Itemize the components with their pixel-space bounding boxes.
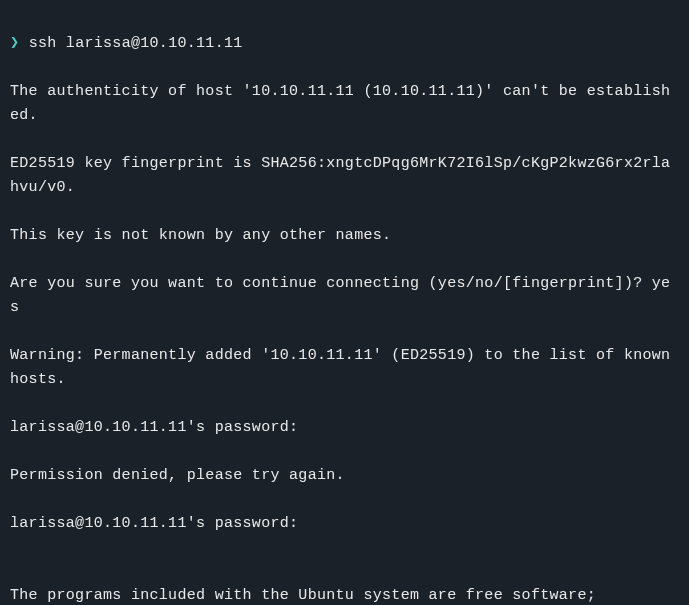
output-line: This key is not known by any other names… xyxy=(10,224,679,248)
output-line: ED25519 key fingerprint is SHA256:xngtcD… xyxy=(10,152,679,200)
prompt-arrow-icon: ❯ xyxy=(10,35,19,52)
output-line: The programs included with the Ubuntu sy… xyxy=(10,584,679,605)
output-line: larissa@10.10.11.11's password: xyxy=(10,512,679,536)
terminal-output: ❯ ssh larissa@10.10.11.11 The authentici… xyxy=(10,8,679,605)
output-line: Warning: Permanently added '10.10.11.11'… xyxy=(10,344,679,392)
output-line: Permission denied, please try again. xyxy=(10,464,679,488)
output-line: Are you sure you want to continue connec… xyxy=(10,272,679,320)
cmd-line-ssh[interactable]: ❯ ssh larissa@10.10.11.11 xyxy=(10,32,679,56)
output-line: The authenticity of host '10.10.11.11 (1… xyxy=(10,80,679,128)
output-line: larissa@10.10.11.11's password: xyxy=(10,416,679,440)
ssh-command: ssh larissa@10.10.11.11 xyxy=(19,35,242,52)
